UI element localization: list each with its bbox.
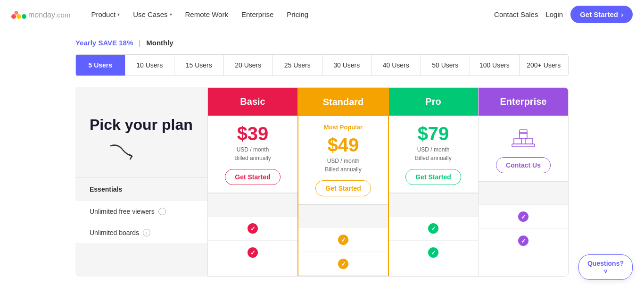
- plan-cta-pro[interactable]: Get Started: [405, 169, 461, 185]
- plan-left-column: Pick your plan Essentials Unlimited free…: [75, 87, 207, 277]
- chevron-down-icon: ∨: [603, 268, 608, 275]
- arrow-right-icon: ›: [621, 10, 623, 18]
- info-icon[interactable]: i: [143, 229, 150, 236]
- user-tab-100[interactable]: 100 Users: [470, 55, 520, 76]
- plan-name-basic: Basic: [240, 96, 265, 107]
- plan-col-standard: Standard Most Popular $49 USD / month Bi…: [297, 87, 389, 277]
- user-tab-200[interactable]: 200+ Users: [520, 55, 569, 76]
- logo[interactable]: monday.com: [11, 9, 70, 20]
- user-tab-10[interactable]: 10 Users: [125, 55, 175, 76]
- chevron-down-icon: ▾: [117, 12, 120, 17]
- user-tab-15[interactable]: 15 Users: [174, 55, 224, 76]
- contact-sales-link[interactable]: Contact Sales: [494, 10, 538, 18]
- feature-cell-viewers-basic: ✓: [208, 216, 297, 240]
- check-icon: ✓: [518, 211, 528, 222]
- svg-point-1: [17, 14, 21, 19]
- plan-cta-label-enterprise: Contact Us: [506, 161, 541, 169]
- plan-essentials-spacer-basic: Essentials: [208, 193, 297, 216]
- nav-use-cases[interactable]: Use Cases ▾: [127, 7, 177, 22]
- info-icon[interactable]: i: [158, 208, 166, 215]
- user-tab-50[interactable]: 50 Users: [421, 55, 471, 76]
- plan-col-pro: Pro $79 USD / month Billed annually Get …: [388, 88, 479, 276]
- plan-cta-standard[interactable]: Get Started: [315, 180, 371, 196]
- check-icon: ✓: [338, 235, 348, 245]
- plan-billed-standard: Billed annually: [325, 166, 361, 173]
- check-icon: ✓: [248, 247, 258, 258]
- plan-billed-pro: Billed annually: [415, 155, 451, 161]
- plan-usd-pro: USD / month: [417, 146, 450, 153]
- check-icon: ✓: [248, 223, 258, 234]
- svg-rect-4: [514, 138, 521, 144]
- check-icon: ✓: [428, 247, 438, 258]
- user-tab-25[interactable]: 25 Users: [273, 55, 322, 76]
- plan-name-standard: Standard: [323, 97, 364, 107]
- enterprise-icon: [509, 127, 537, 150]
- plan-cta-label-standard: Get Started: [325, 185, 361, 192]
- feature-cell-viewers-standard: ✓: [298, 228, 388, 252]
- most-popular-label: Most Popular: [324, 124, 363, 131]
- questions-label: Questions?: [587, 260, 624, 267]
- get-started-button[interactable]: Get Started ›: [570, 6, 633, 23]
- feature-cell-boards-basic: ✓: [208, 240, 297, 264]
- logo-dots: [11, 9, 26, 20]
- plan-body-standard: Most Popular $49 USD / month Billed annu…: [298, 116, 388, 204]
- user-tab-20[interactable]: 20 Users: [224, 55, 273, 76]
- plan-col-enterprise: Enterprise Contact Us Essentials ✓: [479, 88, 568, 276]
- plan-cta-basic[interactable]: Get Started: [225, 169, 280, 185]
- chevron-down-icon: ▾: [170, 12, 172, 17]
- svg-rect-5: [525, 138, 533, 144]
- plan-header-pro: Pro: [388, 88, 478, 116]
- plan-cta-label-pro: Get Started: [415, 173, 451, 181]
- nav-remote-work-label: Remote Work: [185, 10, 228, 18]
- feature-boards-label: Unlimited boards: [90, 229, 139, 236]
- plan-cta-label-basic: Get Started: [235, 173, 270, 181]
- plan-name-pro: Pro: [425, 96, 441, 107]
- essentials-section-label: Essentials: [75, 177, 207, 201]
- nav-links: Product ▾ Use Cases ▾ Remote Work Enterp…: [85, 7, 494, 22]
- billing-toggle: Yearly SAVE 18% | Monthly: [0, 29, 644, 54]
- user-tab-40[interactable]: 40 Users: [372, 55, 421, 76]
- logo-icon: [11, 9, 26, 20]
- plans-container: Basic $39 USD / month Billed annually Ge…: [207, 87, 569, 277]
- nav-pricing[interactable]: Pricing: [281, 7, 314, 22]
- questions-bubble[interactable]: Questions? ∨: [578, 254, 633, 277]
- nav-product-label: Product: [91, 10, 116, 18]
- svg-rect-8: [520, 130, 527, 134]
- feature-cell-boards-pro: ✓: [388, 240, 478, 264]
- feature-cell-viewers-pro: ✓: [388, 216, 478, 240]
- user-tab-30[interactable]: 30 Users: [322, 55, 372, 76]
- nav-remote-work[interactable]: Remote Work: [180, 7, 234, 22]
- plan-body-pro: $79 USD / month Billed annually Get Star…: [388, 116, 478, 193]
- svg-point-3: [15, 11, 18, 15]
- user-tab-5[interactable]: 5 Users: [76, 55, 125, 76]
- nav-enterprise-label: Enterprise: [241, 10, 273, 18]
- nav-pricing-label: Pricing: [287, 10, 308, 18]
- nav-enterprise[interactable]: Enterprise: [236, 7, 279, 22]
- svg-point-2: [22, 14, 26, 19]
- plan-essentials-spacer-enterprise: Essentials: [479, 181, 568, 204]
- svg-point-0: [11, 14, 16, 19]
- login-button[interactable]: Login: [545, 10, 563, 18]
- nav-product[interactable]: Product ▾: [85, 7, 125, 22]
- plan-usd-basic: USD / month: [237, 146, 269, 153]
- plan-cta-enterprise[interactable]: Contact Us: [496, 157, 551, 173]
- logo-suffix: .com: [55, 11, 71, 19]
- billing-yearly[interactable]: Yearly SAVE 18%: [75, 39, 133, 47]
- nav-right: Contact Sales Login Get Started ›: [494, 6, 633, 23]
- svg-rect-7: [512, 144, 535, 147]
- plan-header-standard: Standard: [298, 88, 388, 116]
- billing-monthly[interactable]: Monthly: [146, 39, 173, 47]
- plan-price-basic: $39: [237, 123, 269, 144]
- feature-row-boards: Unlimited boards i: [75, 222, 207, 243]
- plan-price-standard: $49: [328, 135, 359, 156]
- pick-plan-title: Pick your plan: [90, 116, 193, 134]
- user-tabs: 5 Users 10 Users 15 Users 20 Users 25 Us…: [75, 54, 569, 76]
- feature-cell-boards-enterprise: ✓: [479, 228, 568, 253]
- pick-plan-header: Pick your plan: [75, 87, 207, 177]
- feature-cell-boards-standard: ✓: [298, 252, 388, 276]
- pricing-table: Pick your plan Essentials Unlimited free…: [75, 87, 569, 277]
- logo-text: monday.com: [28, 9, 70, 20]
- plan-price-pro: $79: [418, 123, 449, 144]
- check-icon: ✓: [518, 236, 528, 246]
- check-icon: ✓: [428, 223, 438, 234]
